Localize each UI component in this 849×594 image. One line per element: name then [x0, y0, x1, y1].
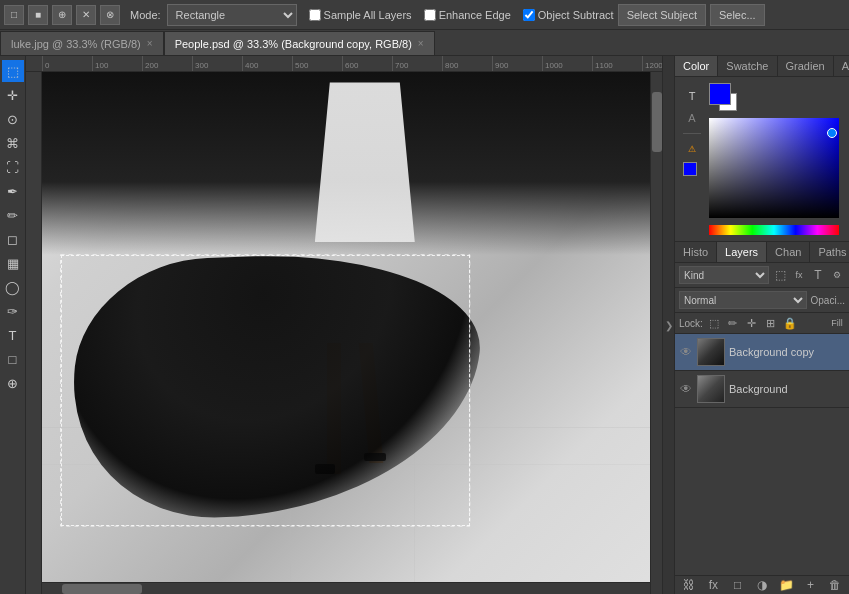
select-subject-button[interactable]: Select Subject [618, 4, 706, 26]
add-adjustment-button[interactable]: ◑ [752, 578, 772, 592]
gradient-tool[interactable]: ▦ [2, 252, 24, 274]
layers-bottom-bar: ⛓ fx □ ◑ 📁 + 🗑 [675, 575, 849, 594]
tab-color[interactable]: Color [675, 56, 718, 76]
crop-tool[interactable]: ⛶ [2, 156, 24, 178]
ruler-tick-500: 500 [292, 56, 342, 71]
ruler-tick-700: 700 [392, 56, 442, 71]
main-toolbar: □ ■ ⊕ ✕ ⊗ Mode: Rectangle Sample All Lay… [0, 0, 849, 30]
ruler-tick-100: 100 [92, 56, 142, 71]
panel-collapse-handle[interactable]: ❯ [662, 56, 674, 594]
tool-icon-3[interactable]: ⊕ [52, 5, 72, 25]
layer-item-bg-copy[interactable]: 👁 Background copy [675, 334, 849, 371]
tool-icon-4[interactable]: ✕ [76, 5, 96, 25]
ruler-tick-800: 800 [442, 56, 492, 71]
canvas-area: 0 100 200 300 400 500 600 700 800 900 10… [26, 56, 662, 594]
mode-select[interactable]: Rectangle [167, 4, 297, 26]
tab-patterns[interactable]: A... [834, 56, 849, 76]
hue-bar[interactable] [709, 225, 839, 235]
layer-eye-bg[interactable]: 👁 [679, 382, 693, 396]
tab-paths[interactable]: Paths [810, 242, 849, 262]
tool-icon-2[interactable]: ■ [28, 5, 48, 25]
canvas-content[interactable] [42, 72, 662, 594]
zoom-tool[interactable]: ⊕ [2, 372, 24, 394]
tab-layers[interactable]: Layers [717, 242, 767, 262]
ruler-tick-1000: 1000 [542, 56, 592, 71]
color-picker-handle[interactable] [827, 128, 837, 138]
ruler-tick-300: 300 [192, 56, 242, 71]
layer-eye-bg-copy[interactable]: 👁 [679, 345, 693, 359]
add-link-button[interactable]: ⛓ [679, 578, 699, 592]
shape-tool[interactable]: □ [2, 348, 24, 370]
layer-filter-text-btn[interactable]: T [810, 267, 826, 283]
layer-filter-smart-btn[interactable]: ⚙ [829, 267, 845, 283]
dodge-tool[interactable]: ◯ [2, 276, 24, 298]
object-subtract-checkbox[interactable] [523, 9, 535, 21]
color-panel-tabs: Color Swatche Gradien A... [675, 56, 849, 77]
layer-filter-fx-btn[interactable]: fx [791, 267, 807, 283]
mode-label: Mode: [130, 9, 161, 21]
lasso-tool[interactable]: ⊙ [2, 108, 24, 130]
sample-all-layers-label: Sample All Layers [324, 9, 412, 21]
blend-mode-select[interactable]: Normal [679, 291, 807, 309]
lock-label: Lock: [679, 318, 703, 329]
lock-position-btn[interactable]: ✛ [744, 315, 760, 331]
object-subtract-label: Object Subtract [538, 9, 614, 21]
eyedropper-tool[interactable]: ✒ [2, 180, 24, 202]
enhance-edge-checkbox[interactable] [424, 9, 436, 21]
lock-artboard-btn[interactable]: ⊞ [763, 315, 779, 331]
text-color-icon[interactable]: T [683, 87, 701, 105]
tab-swatches[interactable]: Swatche [718, 56, 777, 76]
pen-tool[interactable]: ✑ [2, 300, 24, 322]
scrollbar-thumb-h[interactable] [62, 584, 142, 594]
tab-histo[interactable]: Histo [675, 242, 717, 262]
collapse-icon: ❯ [665, 320, 673, 331]
add-mask-button[interactable]: □ [728, 578, 748, 592]
layer-thumb-bg-copy [697, 338, 725, 366]
layer-item-bg[interactable]: 👁 Background [675, 371, 849, 408]
tab-luke-close[interactable]: × [147, 38, 153, 49]
magic-wand-tool[interactable]: ⌘ [2, 132, 24, 154]
tab-bar: luke.jpg @ 33.3% (RGB/8) × People.psd @ … [0, 30, 849, 56]
tab-people-label: People.psd @ 33.3% (Background copy, RGB… [175, 38, 412, 50]
add-fx-button[interactable]: fx [703, 578, 723, 592]
tab-gradient[interactable]: Gradien [778, 56, 834, 76]
sample-all-layers-group: Sample All Layers [309, 9, 412, 21]
layers-blend-row: Normal Opaci... [675, 288, 849, 313]
select-button[interactable]: Selec... [710, 4, 765, 26]
lock-pixel-btn[interactable]: ⬚ [706, 315, 722, 331]
add-layer-button[interactable]: + [800, 578, 820, 592]
move-tool[interactable]: ✛ [2, 84, 24, 106]
ruler-top: 0 100 200 300 400 500 600 700 800 900 10… [26, 56, 662, 72]
enhance-edge-group: Enhance Edge [424, 9, 511, 21]
layers-panel-tabs: Histo Layers Chan Paths [675, 242, 849, 263]
ruler-tick-1200: 1200 [642, 56, 662, 71]
tab-people-close[interactable]: × [418, 38, 424, 49]
eraser-tool[interactable]: ◻ [2, 228, 24, 250]
scrollbar-thumb-v[interactable] [652, 92, 662, 152]
sample-all-layers-checkbox[interactable] [309, 9, 321, 21]
tab-luke[interactable]: luke.jpg @ 33.3% (RGB/8) × [0, 31, 164, 55]
color-small-swatch[interactable] [683, 162, 697, 176]
text-tool[interactable]: T [2, 324, 24, 346]
layers-kind-select[interactable]: Kind [679, 266, 769, 284]
tool-icon-5[interactable]: ⊗ [100, 5, 120, 25]
scrollbar-horizontal[interactable] [42, 582, 650, 594]
photo-canvas[interactable] [42, 72, 662, 594]
lock-paint-btn[interactable]: ✏ [725, 315, 741, 331]
tool-icon-1[interactable]: □ [4, 5, 24, 25]
layers-lock-row: Lock: ⬚ ✏ ✛ ⊞ 🔒 Fill [675, 313, 849, 334]
add-group-button[interactable]: 📁 [776, 578, 796, 592]
scrollbar-vertical[interactable] [650, 72, 662, 594]
lock-all-btn[interactable]: 🔒 [782, 315, 798, 331]
brush-tool[interactable]: ✏ [2, 204, 24, 226]
tab-people[interactable]: People.psd @ 33.3% (Background copy, RGB… [164, 31, 435, 55]
foreground-color-swatch[interactable] [709, 83, 731, 105]
ruler-tick-200: 200 [142, 56, 192, 71]
selection-tool[interactable]: ⬚ [2, 60, 24, 82]
delete-layer-button[interactable]: 🗑 [825, 578, 845, 592]
main-area: ⬚ ✛ ⊙ ⌘ ⛶ ✒ ✏ ◻ ▦ ◯ ✑ T □ ⊕ 0 100 200 30… [0, 56, 849, 594]
tab-chan[interactable]: Chan [767, 242, 810, 262]
color-gradient-picker[interactable] [709, 118, 839, 218]
text-a-icon[interactable]: A [683, 109, 701, 127]
layer-filter-pixel-btn[interactable]: ⬚ [772, 267, 788, 283]
